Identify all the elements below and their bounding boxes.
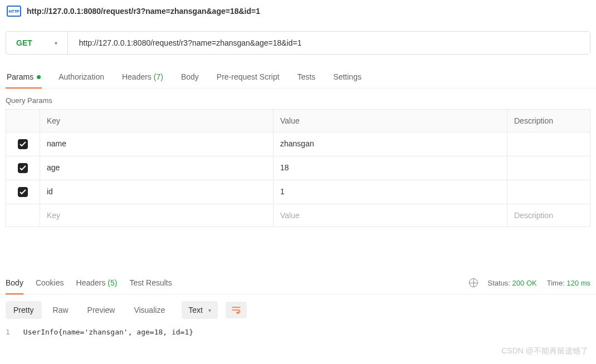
- param-key[interactable]: id: [40, 180, 273, 204]
- request-bar: GET ▾: [6, 31, 590, 55]
- view-visualize[interactable]: Visualize: [126, 301, 173, 319]
- status-label: Status:: [488, 279, 510, 287]
- checkbox-checked-icon: [18, 139, 28, 149]
- method-select[interactable]: GET ▾: [6, 32, 68, 54]
- status-value: 200 OK: [512, 279, 537, 287]
- headers-count: (7): [154, 72, 163, 81]
- request-tabs: Params Authorization Headers (7) Body Pr…: [0, 66, 596, 88]
- table-row-new: Key Value Description: [6, 204, 590, 227]
- format-label: Text: [188, 306, 203, 314]
- col-value-header: Value: [273, 110, 507, 132]
- request-title-text: http://127.0.0.1:8080/request/r3?name=zh…: [27, 7, 260, 16]
- table-row: age 18: [6, 156, 590, 180]
- body-toolbar: Pretty Raw Preview Visualize Text ▾: [0, 294, 596, 326]
- tab-label: Headers: [76, 278, 106, 287]
- param-desc[interactable]: [507, 156, 590, 180]
- param-key-placeholder[interactable]: Key: [40, 204, 273, 227]
- response-tab-testresults[interactable]: Test Results: [129, 272, 172, 294]
- response-tabs-row: Body Cookies Headers (5) Test Results St…: [0, 272, 596, 294]
- param-value[interactable]: 18: [273, 156, 507, 180]
- param-desc[interactable]: [507, 132, 590, 156]
- tab-params[interactable]: Params: [6, 66, 42, 88]
- tab-tests[interactable]: Tests: [296, 66, 317, 88]
- row-check[interactable]: [6, 180, 40, 204]
- chevron-down-icon: ▾: [208, 307, 211, 313]
- tab-label: Params: [7, 72, 33, 81]
- response-tab-body[interactable]: Body: [6, 272, 23, 294]
- col-key-header: Key: [40, 110, 273, 132]
- row-check[interactable]: [6, 156, 40, 180]
- tab-label: Headers: [122, 72, 152, 81]
- http-icon: HTTP: [7, 6, 21, 17]
- table-row: name zhansgan: [6, 132, 590, 156]
- param-key[interactable]: age: [40, 156, 273, 180]
- view-pretty[interactable]: Pretty: [6, 301, 42, 319]
- col-desc-header: Description: [507, 110, 590, 132]
- wrap-lines-button[interactable]: [226, 302, 247, 318]
- wrap-icon: [231, 306, 241, 314]
- time-label: Time:: [547, 279, 565, 287]
- param-desc[interactable]: [507, 180, 590, 204]
- checkbox-checked-icon: [18, 163, 28, 173]
- row-check[interactable]: [6, 132, 40, 156]
- param-key[interactable]: name: [40, 132, 273, 156]
- status-meta[interactable]: Status: 200 OK: [488, 279, 537, 287]
- param-value[interactable]: zhansgan: [273, 132, 507, 156]
- col-check-header: [6, 110, 40, 132]
- time-meta[interactable]: Time: 120 ms: [547, 279, 590, 287]
- method-label: GET: [16, 38, 32, 47]
- params-indicator-dot: [37, 75, 41, 79]
- checkbox-checked-icon: [18, 187, 28, 197]
- response-headers-count: (5): [108, 278, 117, 287]
- table-row: id 1: [6, 180, 590, 204]
- tab-body[interactable]: Body: [180, 66, 200, 88]
- query-params-label: Query Params: [0, 88, 596, 109]
- globe-icon[interactable]: [469, 278, 478, 287]
- format-select[interactable]: Text ▾: [182, 301, 218, 319]
- response-meta: Status: 200 OK Time: 120 ms: [469, 278, 590, 287]
- tab-prerequest[interactable]: Pre-request Script: [216, 66, 281, 88]
- response-tab-cookies[interactable]: Cookies: [36, 272, 64, 294]
- response-body[interactable]: 1 UserInfo{name='zhansgan', age=18, id=1…: [0, 326, 596, 344]
- time-value: 120 ms: [566, 279, 590, 287]
- response-content: UserInfo{name='zhansgan', age=18, id=1}: [23, 328, 193, 336]
- tab-settings[interactable]: Settings: [332, 66, 363, 88]
- response-tab-headers[interactable]: Headers (5): [76, 272, 118, 294]
- view-preview[interactable]: Preview: [80, 301, 123, 319]
- chevron-down-icon: ▾: [55, 40, 57, 46]
- params-table: Key Value Description name zhansgan age …: [6, 109, 590, 227]
- param-desc-placeholder[interactable]: Description: [507, 204, 590, 227]
- param-value-placeholder[interactable]: Value: [273, 204, 507, 227]
- params-table-header: Key Value Description: [6, 110, 590, 132]
- row-check-empty: [6, 204, 40, 227]
- url-input[interactable]: [68, 32, 590, 54]
- tab-headers[interactable]: Headers (7): [121, 66, 164, 88]
- tab-authorization[interactable]: Authorization: [57, 66, 105, 88]
- line-number: 1: [6, 328, 23, 336]
- request-tab-title[interactable]: HTTP http://127.0.0.1:8080/request/r3?na…: [0, 0, 596, 22]
- param-value[interactable]: 1: [273, 180, 507, 204]
- view-raw[interactable]: Raw: [45, 301, 76, 319]
- response-tabs: Body Cookies Headers (5) Test Results: [6, 272, 172, 294]
